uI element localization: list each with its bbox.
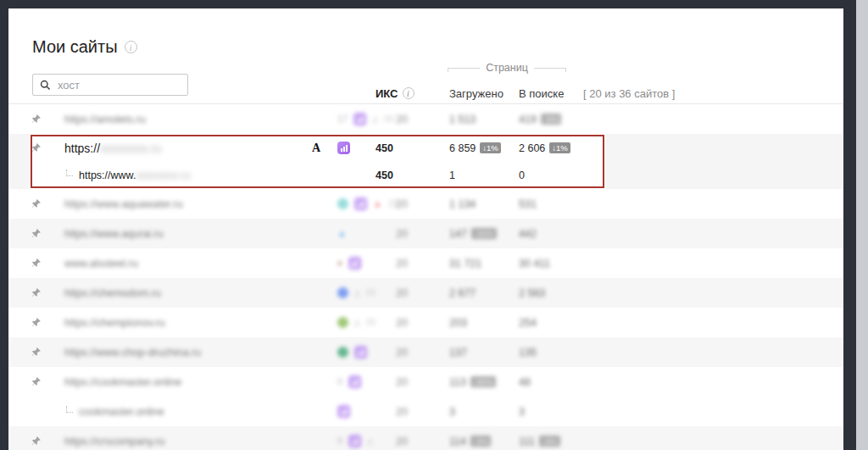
site-url-link[interactable]: https://chempionov.ru xyxy=(64,317,165,329)
metrica-icon xyxy=(337,142,350,154)
site-url-link[interactable]: https://crscompany.ru xyxy=(64,436,165,447)
iks-info-icon[interactable]: i xyxy=(403,87,415,99)
pin-icon[interactable] xyxy=(31,317,46,328)
loaded-cell: 1 134 xyxy=(442,198,512,210)
loaded-wrap: 137 xyxy=(449,347,467,358)
site-url-link[interactable]: https://amolets.ru xyxy=(64,114,146,125)
in-search-cell: 2 563 xyxy=(512,287,581,299)
in-search-value: 3 xyxy=(519,406,525,418)
in-search-trend-badge: ↓9% xyxy=(541,114,561,125)
in-search-wrap: 111↓9% xyxy=(519,436,560,447)
service-icons-cell: ▲ xyxy=(327,229,371,238)
loaded-value: 1 134 xyxy=(449,198,476,210)
favicon-glyph-icon: 0 xyxy=(337,377,342,386)
col-header-in-search: В поиске xyxy=(512,87,581,100)
pin-cell xyxy=(8,258,46,269)
url-cell: www.alssteel.ru xyxy=(46,258,303,269)
url-domain-blurred: xxxxxxxx.ru xyxy=(100,142,161,155)
favicon-glyph-icon: ▲ xyxy=(373,199,382,208)
url-cell: https://xxxxxxxx.ru xyxy=(46,142,303,155)
table-header: ИКС i Загружено В поиске [ 20 из 36 сайт… xyxy=(8,83,843,103)
iks-value: 450 xyxy=(376,142,393,154)
metrica-icon xyxy=(354,197,367,210)
mirror-tree-connector xyxy=(66,169,73,176)
pin-cell xyxy=(8,114,46,125)
metrica-icon xyxy=(348,257,361,269)
site-row-site-aquawater: https://www.aquawater.ru▲20201 134531 xyxy=(8,189,843,219)
loaded-cell: 1 513 xyxy=(442,114,512,125)
site-url-link[interactable]: https://www.aquawater.ru xyxy=(64,198,183,210)
iks-cell: 20 xyxy=(371,287,442,299)
service-icons-cell xyxy=(327,346,371,358)
my-sites-panel: Мои сайты i Страниц ИКС i Загружено В по… xyxy=(8,8,843,450)
col-header-iks: ИКС i xyxy=(371,87,442,100)
service-icons-cell xyxy=(327,142,371,154)
pin-icon[interactable] xyxy=(31,436,46,447)
iks-cell: 20 xyxy=(371,436,442,447)
iks-value: 20 xyxy=(396,436,408,447)
loaded-cell: 2 677 xyxy=(442,287,512,299)
in-search-value: 48 xyxy=(519,376,531,388)
service-icons-cell: 17д88 xyxy=(327,113,371,125)
site-url-link[interactable]: https://www.aqurai.ru xyxy=(64,228,164,240)
favicon-glyph-icon: 88 xyxy=(365,288,376,297)
url-prefix: https:// xyxy=(64,142,100,155)
url-cell: https://www.xxxxxxxx.ru xyxy=(46,169,303,181)
in-search-cell: 531 xyxy=(512,198,581,210)
iks-cell: 450 xyxy=(371,142,442,154)
url-wrap: https://www.xxxxxxxx.ru xyxy=(79,169,191,181)
pin-icon[interactable] xyxy=(31,376,46,387)
title-info-icon[interactable]: i xyxy=(125,41,137,53)
site-url-link[interactable]: cookmaster.online xyxy=(79,406,164,418)
in-search-wrap: 0 xyxy=(519,169,525,181)
loaded-value: 137 xyxy=(449,347,467,358)
url-cell: cookmaster.online xyxy=(46,406,303,418)
loaded-cell: 137 xyxy=(442,347,512,358)
in-search-cell: 30 411 xyxy=(512,258,581,269)
pin-icon[interactable] xyxy=(31,287,46,298)
iks-value: 20 xyxy=(396,317,408,329)
sites-count-label: [ 20 из 36 сайтов ] xyxy=(581,87,843,100)
pin-icon[interactable] xyxy=(31,142,46,153)
window-scrollbar[interactable] xyxy=(856,0,868,450)
highlighted-site-block: https://xxxxxxxx.ruA4506 859↓1%2 606↓1%h… xyxy=(8,134,843,189)
site-url-link[interactable]: https://www.xxxxxxxx.ru xyxy=(79,169,191,181)
loaded-wrap: 6 859↓1% xyxy=(449,142,501,154)
site-url-link[interactable]: https://cookmaster.online xyxy=(64,376,181,388)
pin-icon[interactable] xyxy=(31,258,46,269)
loaded-cell: 3 xyxy=(442,406,512,418)
loaded-cell: 113↓50% xyxy=(442,376,512,388)
in-search-value: 419 xyxy=(519,114,537,125)
url-domain-blurred: xxxxxxxx.ru xyxy=(136,169,191,181)
pin-cell xyxy=(8,317,46,328)
loaded-value: 2 677 xyxy=(449,287,476,299)
url-wrap: https://chemodom.ru xyxy=(64,287,161,299)
favicon-glyph-icon: 17 xyxy=(337,114,348,124)
site-url-link[interactable]: https://chemodom.ru xyxy=(64,287,161,299)
favicon-glyph-icon: д xyxy=(372,114,377,124)
in-search-cell: 0 xyxy=(512,169,581,181)
metrica-icon xyxy=(353,113,366,125)
service-icons-cell xyxy=(327,405,371,418)
pin-cell xyxy=(8,287,46,298)
in-search-wrap: 419↓9% xyxy=(519,114,561,125)
site-url-link[interactable]: https://xxxxxxxx.ru xyxy=(64,142,161,155)
url-cell: https://chemodom.ru xyxy=(46,287,303,299)
pin-icon[interactable] xyxy=(31,114,46,125)
in-search-trend-badge: ↓1% xyxy=(549,142,570,154)
iks-value: 20 xyxy=(396,406,408,418)
loaded-wrap: 2 677 xyxy=(449,287,476,299)
favicon-glyph-icon: 88 xyxy=(365,318,376,327)
site-url-link[interactable]: https://www.chop-druzhina.ru xyxy=(64,347,201,358)
favicon-dot-icon xyxy=(337,198,348,209)
in-search-value: 30 411 xyxy=(519,258,550,269)
pin-icon[interactable] xyxy=(31,347,46,358)
in-search-value: 2 563 xyxy=(519,287,545,299)
loaded-trend-badge: ↓1% xyxy=(480,142,500,154)
in-search-cell: 48 xyxy=(512,376,581,388)
pin-cell xyxy=(8,142,46,153)
pin-icon[interactable] xyxy=(31,228,46,239)
url-cell: https://crscompany.ru xyxy=(46,436,303,447)
pin-icon[interactable] xyxy=(31,198,46,209)
site-url-link[interactable]: www.alssteel.ru xyxy=(64,258,138,269)
